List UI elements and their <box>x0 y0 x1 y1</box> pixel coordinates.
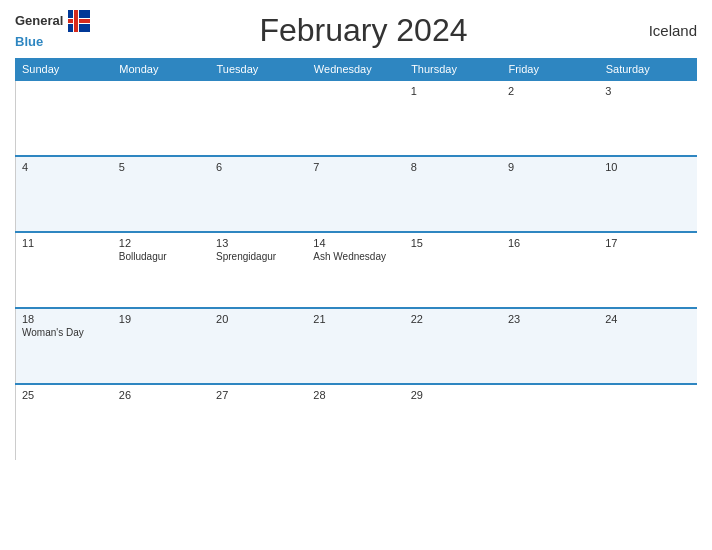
day-number: 16 <box>508 237 593 249</box>
day-number: 26 <box>119 389 204 401</box>
day-number: 23 <box>508 313 593 325</box>
day-number: 27 <box>216 389 301 401</box>
col-saturday: Saturday <box>599 59 696 81</box>
day-number: 3 <box>605 85 690 97</box>
weekday-header-row: Sunday Monday Tuesday Wednesday Thursday… <box>16 59 697 81</box>
calendar-cell <box>16 80 113 156</box>
day-number: 24 <box>605 313 690 325</box>
calendar-cell: 10 <box>599 156 696 232</box>
day-number: 29 <box>411 389 496 401</box>
day-number: 22 <box>411 313 496 325</box>
day-number: 12 <box>119 237 204 249</box>
country-label: Iceland <box>637 22 697 39</box>
calendar-cell: 12Bolludagur <box>113 232 210 308</box>
calendar-cell: 16 <box>502 232 599 308</box>
calendar-cell: 21 <box>307 308 404 384</box>
calendar-cell: 20 <box>210 308 307 384</box>
calendar-cell <box>502 384 599 460</box>
col-sunday: Sunday <box>16 59 113 81</box>
col-friday: Friday <box>502 59 599 81</box>
day-number: 1 <box>411 85 496 97</box>
col-thursday: Thursday <box>405 59 502 81</box>
day-number: 13 <box>216 237 301 249</box>
calendar-cell: 15 <box>405 232 502 308</box>
day-number: 5 <box>119 161 204 173</box>
calendar-cell: 19 <box>113 308 210 384</box>
day-event: Bolludagur <box>119 251 204 262</box>
calendar-cell: 8 <box>405 156 502 232</box>
day-number: 19 <box>119 313 204 325</box>
logo: General Blue <box>15 10 90 50</box>
month-title: February 2024 <box>90 12 637 49</box>
day-number: 20 <box>216 313 301 325</box>
day-number: 4 <box>22 161 107 173</box>
calendar-cell: 7 <box>307 156 404 232</box>
calendar-week-row: 45678910 <box>16 156 697 232</box>
calendar-cell <box>210 80 307 156</box>
calendar-cell: 18Woman's Day <box>16 308 113 384</box>
calendar-cell: 24 <box>599 308 696 384</box>
svg-rect-4 <box>74 10 78 32</box>
calendar-cell: 5 <box>113 156 210 232</box>
day-number: 9 <box>508 161 593 173</box>
day-number: 28 <box>313 389 398 401</box>
calendar-cell: 29 <box>405 384 502 460</box>
col-tuesday: Tuesday <box>210 59 307 81</box>
calendar-cell: 2 <box>502 80 599 156</box>
calendar-week-row: 1112Bolludagur13Sprengidagur14Ash Wednes… <box>16 232 697 308</box>
calendar-week-row: 18Woman's Day192021222324 <box>16 308 697 384</box>
day-event: Ash Wednesday <box>313 251 398 262</box>
day-number: 15 <box>411 237 496 249</box>
day-number: 7 <box>313 161 398 173</box>
calendar-cell: 25 <box>16 384 113 460</box>
col-wednesday: Wednesday <box>307 59 404 81</box>
logo-general: General <box>15 13 63 28</box>
logo-flag-icon <box>68 10 90 32</box>
calendar-cell: 28 <box>307 384 404 460</box>
calendar-cell: 17 <box>599 232 696 308</box>
calendar-week-row: 123 <box>16 80 697 156</box>
calendar-cell: 27 <box>210 384 307 460</box>
calendar-cell: 23 <box>502 308 599 384</box>
calendar-cell: 11 <box>16 232 113 308</box>
calendar-cell: 22 <box>405 308 502 384</box>
logo-blue: Blue <box>15 34 43 49</box>
calendar-cell <box>599 384 696 460</box>
day-number: 11 <box>22 237 107 249</box>
calendar-cell: 4 <box>16 156 113 232</box>
day-number: 10 <box>605 161 690 173</box>
day-number: 18 <box>22 313 107 325</box>
logo-text-block: General Blue <box>15 10 90 50</box>
calendar-table: Sunday Monday Tuesday Wednesday Thursday… <box>15 58 697 460</box>
calendar-cell: 13Sprengidagur <box>210 232 307 308</box>
calendar-cell: 6 <box>210 156 307 232</box>
col-monday: Monday <box>113 59 210 81</box>
day-number: 17 <box>605 237 690 249</box>
day-event: Woman's Day <box>22 327 107 338</box>
calendar-cell: 26 <box>113 384 210 460</box>
header: General Blue February 2024 Iceland <box>15 10 697 50</box>
day-number: 25 <box>22 389 107 401</box>
day-number: 14 <box>313 237 398 249</box>
calendar-cell: 1 <box>405 80 502 156</box>
calendar-cell: 9 <box>502 156 599 232</box>
calendar-cell: 3 <box>599 80 696 156</box>
calendar-cell <box>113 80 210 156</box>
calendar-cell <box>307 80 404 156</box>
day-number: 21 <box>313 313 398 325</box>
day-number: 8 <box>411 161 496 173</box>
calendar-page: General Blue February 2024 Iceland <box>0 0 712 550</box>
calendar-week-row: 2526272829 <box>16 384 697 460</box>
day-number: 2 <box>508 85 593 97</box>
day-event: Sprengidagur <box>216 251 301 262</box>
calendar-cell: 14Ash Wednesday <box>307 232 404 308</box>
day-number: 6 <box>216 161 301 173</box>
